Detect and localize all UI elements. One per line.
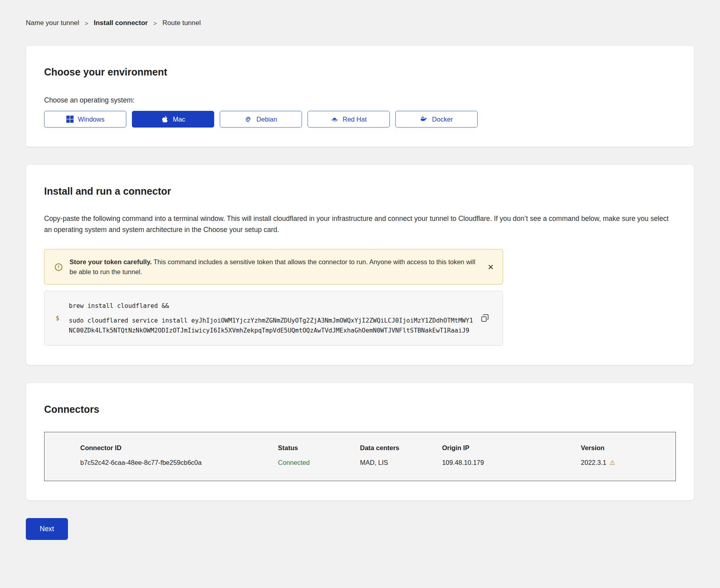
- origin-ip-value: 109.48.10.179: [442, 459, 581, 466]
- os-button-label: Windows: [78, 116, 105, 123]
- os-button-label: Mac: [173, 116, 185, 123]
- install-card-title: Install and run a connector: [44, 186, 676, 197]
- connectors-card: Connectors Connector ID Status Data cent…: [26, 383, 694, 501]
- command-code-block: $ brew install cloudflared && sudo cloud…: [44, 291, 503, 346]
- breadcrumb: Name your tunnel > Install connector > R…: [26, 19, 694, 27]
- warning-triangle-icon[interactable]: ⚠: [610, 460, 615, 466]
- token-warning-bold: Store your token carefully.: [70, 258, 152, 265]
- command-line-1: brew install cloudflared &&: [69, 301, 474, 311]
- data-centers-value: MAD, LIS: [360, 459, 442, 466]
- status-badge: Connected: [278, 459, 360, 466]
- os-select-label: Choose an operating system:: [44, 96, 676, 104]
- connectors-card-title: Connectors: [44, 404, 676, 415]
- os-button-windows[interactable]: Windows: [44, 111, 126, 128]
- install-connector-card: Install and run a connector Copy-paste t…: [26, 164, 694, 365]
- environment-card-title: Choose your environment: [44, 66, 676, 78]
- header-connector-id: Connector ID: [45, 444, 278, 452]
- breadcrumb-separator-icon: >: [85, 20, 88, 27]
- apple-icon: [161, 115, 169, 123]
- os-button-label: Debian: [256, 116, 277, 123]
- os-button-debian[interactable]: Debian: [220, 111, 302, 128]
- header-origin-ip: Origin IP: [442, 444, 581, 452]
- shell-prompt: $: [56, 315, 59, 322]
- connectors-table: Connector ID Status Data centers Origin …: [44, 432, 676, 481]
- os-button-redhat[interactable]: Red Hat: [308, 111, 390, 128]
- command-line-2: sudo cloudflared service install eyJhIjo…: [69, 316, 474, 335]
- header-version: Version: [581, 444, 675, 452]
- token-warning-banner: Store your token carefully. This command…: [44, 249, 503, 284]
- connectors-table-grid: Connector ID Status Data centers Origin …: [45, 444, 675, 466]
- os-button-group: Windows Mac Debian: [44, 111, 676, 128]
- close-icon[interactable]: ✕: [488, 263, 494, 271]
- windows-icon: [66, 115, 74, 123]
- docker-icon: [420, 115, 428, 123]
- choose-environment-card: Choose your environment Choose an operat…: [26, 45, 694, 147]
- breadcrumb-name-your-tunnel[interactable]: Name your tunnel: [26, 19, 79, 27]
- redhat-icon: [331, 115, 339, 123]
- header-status: Status: [278, 444, 360, 452]
- copy-icon[interactable]: [480, 314, 489, 323]
- breadcrumb-route-tunnel[interactable]: Route tunnel: [163, 19, 201, 27]
- command-line-2-text: sudo cloudflared service install: [69, 317, 188, 324]
- os-button-docker[interactable]: Docker: [395, 111, 478, 128]
- os-button-label: Red Hat: [343, 116, 367, 123]
- next-button[interactable]: Next: [26, 518, 68, 540]
- command-text: brew install cloudflared && sudo cloudfl…: [69, 301, 474, 335]
- install-description: Copy-paste the following command into a …: [44, 213, 676, 236]
- os-button-label: Docker: [432, 116, 453, 123]
- page: Name your tunnel > Install connector > R…: [0, 0, 720, 564]
- alert-circle-icon: [54, 263, 63, 272]
- breadcrumb-separator-icon: >: [153, 20, 157, 27]
- header-data-centers: Data centers: [360, 444, 442, 452]
- os-button-mac[interactable]: Mac: [132, 111, 214, 128]
- version-value: 2022.3.1 ⚠: [581, 459, 675, 466]
- version-number: 2022.3.1: [581, 459, 606, 466]
- breadcrumb-install-connector[interactable]: Install connector: [94, 19, 148, 27]
- debian-icon: [244, 115, 252, 123]
- token-warning-text: Store your token carefully. This command…: [70, 257, 476, 277]
- connector-id-value: b7c52c42-6caa-48ee-8c77-fbe259cb6c0a: [45, 459, 278, 466]
